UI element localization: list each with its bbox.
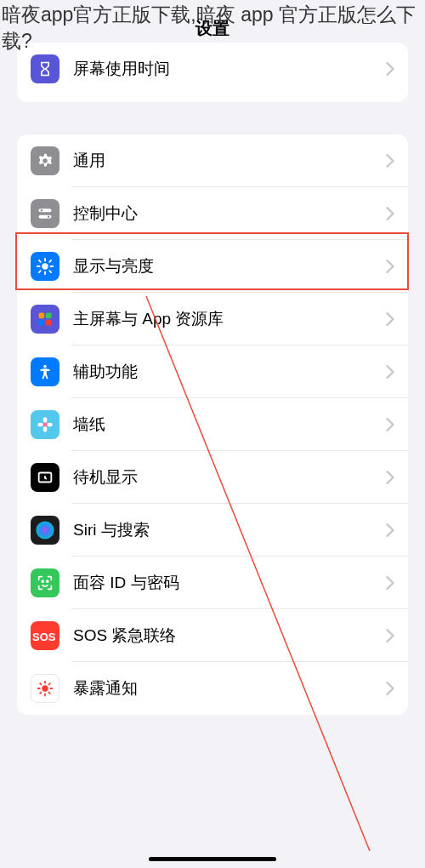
row-sos[interactable]: SOSSOS 紧急联络	[17, 609, 408, 662]
clock-icon	[31, 463, 60, 492]
row-accessibility[interactable]: 辅助功能	[17, 345, 408, 398]
row-label: 墙纸	[73, 414, 386, 436]
settings-group-main: 通用控制中心显示与亮度主屏幕与 App 资源库辅助功能墙纸待机显示Siri 与搜…	[17, 134, 408, 715]
row-label: 通用	[73, 150, 386, 172]
home-indicator	[149, 857, 276, 861]
chevron-right-icon	[386, 312, 394, 326]
row-label: SOS 紧急联络	[73, 625, 386, 647]
row-label: 显示与亮度	[73, 255, 386, 277]
chevron-right-icon	[386, 260, 394, 273]
chevron-right-icon	[386, 365, 394, 379]
svg-rect-8	[46, 320, 52, 326]
sos-icon: SOS	[31, 621, 60, 650]
svg-point-4	[42, 263, 48, 269]
row-label: 控制中心	[73, 203, 386, 225]
row-label: 辅助功能	[73, 361, 386, 383]
row-face[interactable]: 面容 ID 与密码	[17, 557, 408, 609]
exposure-icon	[31, 674, 60, 703]
row-grid[interactable]: 主屏幕与 App 资源库	[17, 293, 408, 345]
chevron-right-icon	[386, 682, 394, 695]
chevron-right-icon	[386, 418, 394, 431]
svg-point-18	[47, 580, 48, 582]
hourglass-icon	[31, 54, 60, 83]
accessibility-icon	[31, 357, 60, 386]
row-gear[interactable]: 通用	[17, 134, 408, 187]
row-clock[interactable]: 待机显示	[17, 451, 408, 504]
svg-text:SOS: SOS	[32, 631, 56, 643]
flower-icon	[31, 410, 60, 439]
chevron-right-icon	[386, 471, 394, 484]
chevron-right-icon	[386, 62, 394, 76]
chevron-right-icon	[386, 207, 394, 220]
svg-point-14	[47, 423, 52, 427]
svg-point-10	[42, 422, 48, 427]
row-label: 面容 ID 与密码	[73, 572, 386, 594]
row-exposure[interactable]: 暴露通知	[17, 662, 408, 715]
svg-point-17	[42, 580, 43, 582]
svg-point-12	[43, 426, 48, 431]
svg-rect-7	[39, 320, 45, 326]
svg-point-13	[37, 423, 42, 427]
svg-point-9	[43, 365, 47, 368]
siri-icon	[31, 516, 60, 545]
row-label: 暴露通知	[73, 677, 386, 700]
chevron-right-icon	[386, 576, 394, 590]
svg-point-16	[36, 521, 54, 539]
row-toggles[interactable]: 控制中心	[17, 187, 408, 240]
row-label: Siri 与搜索	[73, 519, 386, 541]
row-brightness[interactable]: 显示与亮度	[17, 240, 408, 293]
row-siri[interactable]: Siri 与搜索	[17, 504, 408, 557]
row-label: 主屏幕与 App 资源库	[73, 308, 386, 330]
brightness-icon	[31, 252, 60, 281]
chevron-right-icon	[386, 629, 394, 642]
svg-point-11	[43, 417, 48, 422]
overlay-text: 暗夜app官方正版下载,暗夜 app 官方正版怎么下载?	[0, 0, 425, 54]
svg-point-2	[41, 209, 43, 212]
toggles-icon	[31, 199, 60, 228]
gear-icon	[31, 146, 60, 175]
chevron-right-icon	[386, 523, 394, 537]
svg-rect-6	[46, 313, 52, 319]
chevron-right-icon	[386, 154, 394, 168]
face-icon	[31, 568, 60, 597]
row-label: 屏幕使用时间	[73, 58, 386, 80]
svg-point-3	[48, 216, 50, 219]
svg-rect-5	[39, 313, 45, 319]
grid-icon	[31, 305, 60, 334]
row-flower[interactable]: 墙纸	[17, 398, 408, 451]
row-label: 待机显示	[73, 466, 386, 488]
svg-point-20	[42, 685, 48, 691]
